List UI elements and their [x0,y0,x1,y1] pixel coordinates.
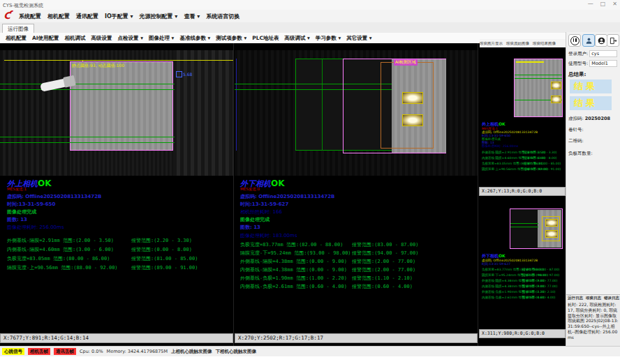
log-tab-error[interactable]: 错误日志 [604,296,619,301]
login-user-value[interactable]: cys [589,50,617,57]
alarm-range: 报警范围:(1.10 - 2.10) [352,275,413,282]
tool-other-settings[interactable]: 其它设置 ▾ [346,35,371,42]
baseline-yellow [4,60,233,61]
measurement-row: 负极宽度=83.77mm 范围:(82.00 - 88.00) [240,241,343,248]
defect-header-raw[interactable]: 瑕疵原始图像 [506,41,529,46]
close-button[interactable]: ✕ [612,1,617,7]
tool-ai-config[interactable]: AI使用配置 [32,35,59,42]
thumb-alarm: 报警范围:(94.00 - 97.00) [522,273,559,277]
camera-viewport-lower-outer[interactable]: AI检测区域 [235,50,478,176]
menu-camera-config[interactable]: 相机配置 [47,13,70,20]
alarm-range: 报警范围:(0.00 - 8.00) [131,246,192,253]
exit-door-icon [610,37,617,45]
measurement-row: 隔膜宽度-下=95.24mm 范围:(93.00 - 98.00) [240,250,351,257]
menu-io-config[interactable]: IO手配置 ▾ [105,13,133,20]
menu-comm-config[interactable]: 通讯配置 [76,13,98,20]
log-tab-defect[interactable]: 瑕疵日志 [586,296,601,301]
thumb-alarm: 报警范围:(2.20 - 3.30) [524,151,557,154]
defect-thumbnail-upper[interactable]: 外上相机OK MES发送:1 虚拟码: Offline2025020813313… [479,47,566,187]
logout-button[interactable] [607,34,619,47]
defect-header-display[interactable]: 瑕疵图片显示 [480,41,503,46]
mes-send-status: MES发送:0 [240,187,260,192]
switch-user-button[interactable] [595,34,607,47]
defect-image-header: 瑕疵图片显示 瑕疵原始图像 瑕疵结果图像 [480,39,566,47]
minimize-button[interactable]: — [588,1,593,7]
metal-tab-highlight [402,92,423,104]
thumb-elapsed: 图像处理耗时: 256.00ms [482,144,518,148]
pause-button[interactable] [568,34,581,47]
alarm-range: 报警范围:(81.00 - 85.00) [131,255,198,262]
alarm-range: 报警范围:(94.00 - 97.00) [352,250,418,257]
virtual-code: 虚拟码: Offline2025020813313472B [240,193,334,200]
roi-box-orange [381,62,434,149]
alarm-range: 报警范围:(0.60 - 4.00) [352,283,413,290]
menu-view[interactable]: 查看 ▾ [184,13,200,20]
thumb-alarm: 报警范围:(2.00 - 77.00) [522,279,557,282]
lower-camera-trigger-status: 下相机心跳触发图像 [216,349,257,355]
tool-baseline-params[interactable]: 基准线参数 ▾ [179,35,210,42]
tool-advanced-debug[interactable]: 高级调试 ▾ [284,35,309,42]
measurement-row: 负极宽度=83.05mm 范围:(80.00 - 86.00) [7,255,110,262]
model-value[interactable]: Model1 [589,60,617,67]
menu-system-config[interactable]: 系统配置 [19,13,41,20]
alarm-range: 报警范围:(89.00 - 91.00) [131,264,198,271]
menu-light-config[interactable]: 光源控制配置 ▾ [140,13,178,20]
alarm-range: 报警范围:(2.20 - 3.30) [131,237,192,244]
pixel-coordinate-bar: X:7677;Y:891;R:14;G:14;B:14 [0,333,233,343]
measurement-row: 内侧基线-隔膜=4.60mm 范围:(3.00 - 6.00) [7,246,114,253]
thumb-alarm: 报警范围:(0.60 - 4.00) [522,296,556,299]
pause-icon [570,36,580,45]
menu-language-switch[interactable]: 系统语言切换 [206,13,239,20]
log-text: 耗时: 222, 瑕疵检测耗时: 17, 瑕疵分类耗时: 0, 瑕疵提取分区耗时… [566,301,620,341]
qr-code-label: 二维码: [568,138,584,144]
thumb-alarm: 报警范围:(81.00 - 85.00) [524,162,561,165]
defect-header-result[interactable]: 瑕疵结果图像 [533,41,556,46]
shoot-elapsed: 相机拍照耗时: 166 [240,208,282,215]
tool-camera-config[interactable]: 相机配置 [6,35,27,42]
tool-test-params[interactable]: 测试项参数 ▾ [216,35,246,42]
maximize-button[interactable]: □ [600,1,606,7]
metal-tab-highlight [402,114,423,126]
thumb-time: 时间:13-31-59-627 [482,262,510,266]
camera-viewport-upper-outer[interactable]: 静态阈值:93, 动态阈值:100 5.68 [0,50,233,176]
frame-count: 图数: 13 [240,224,260,231]
measurement-row: 内侧基线-负极=2.61mm 范围:(0.60 - 4.00) [240,283,347,290]
tab-run-image[interactable]: 运行图像 [2,24,34,33]
thumb-alarm: 报警范围:(1.10 - 2.10) [522,290,556,294]
total-result-label: 总结果: [568,71,586,78]
virtual-code-value: 20250208 [585,116,610,121]
capture-time: 时间:13-31-59-627 [240,201,288,208]
virtual-code: 虚拟码: Offline2025020813313472B [7,193,101,200]
mes-send-status: MES发送:1 [7,187,27,192]
thumb-coordinate-bar: X:267;Y:13;R:0;G:0;B:0 [479,187,566,196]
tool-image-processing[interactable]: 图像处理 ▾ [149,35,174,42]
measure-line-green-vertical [322,59,323,151]
measurement-row: 内侧基线-隔膜=4.38mm 范围:(0.00 - 9.00) [240,266,347,273]
measurement-row: 隔膜宽度-上=90.56mm 范围:(88.00 - 92.00) [7,264,118,271]
defect-thumbnail-lower[interactable]: 外下相机OK 虚拟码: Offline2025020813313472B 时间:… [479,197,566,329]
thumb-alarm: 报警范围:(2.00 - 77.00) [522,285,557,288]
cpu-usage: Cpu: 0.0% [80,349,103,354]
alarm-range: 报警范围:(83.00 - 87.00) [352,241,418,248]
measure-line-green [0,89,175,90]
processing-elapsed: 图像处理耗时: 183.00ms [240,232,297,239]
image-dark-region [0,50,70,176]
login-user-label: 登录用户: [568,51,588,56]
tool-spotcheck-settings[interactable]: 点检设置 ▾ [118,35,143,42]
tabstrip: 运行图像 [0,22,620,33]
image-dark-region [173,50,233,176]
measure-line-green [0,142,175,143]
tool-advanced-settings[interactable]: 高级设置 [91,35,112,42]
processing-done: 图像处理完成 [240,216,270,223]
log-tab-run[interactable]: 运行日志 [568,296,583,301]
processing-done: 图像处理完成 [7,208,36,215]
result-badge-lower: 结果 [570,96,612,110]
virtual-code-row: 虚拟码: 20250208 [568,116,610,122]
login-user-button[interactable] [582,34,595,47]
frame-count: 图数: 13 [7,216,27,223]
camera-ok-status: OK [271,179,285,188]
tool-learning-params[interactable]: 学习参数 ▾ [316,35,341,42]
measure-line-green [0,84,175,84]
tool-plc-address[interactable]: PLC地址表 [252,35,279,42]
tool-camera-debug[interactable]: 相机调试 [65,35,86,42]
